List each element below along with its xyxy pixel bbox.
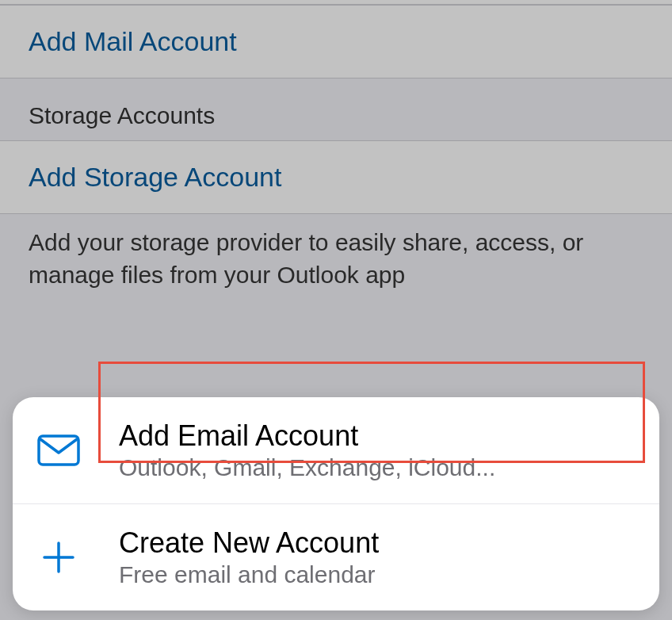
add-storage-account-label: Add Storage Account xyxy=(29,162,281,192)
mail-accounts-section: Add Mail Account xyxy=(0,5,672,78)
create-new-title: Create New Account xyxy=(119,526,636,560)
storage-accounts-section: Add Storage Account xyxy=(0,140,672,214)
plus-icon xyxy=(30,540,87,575)
add-email-text-group: Add Email Account Outlook, Gmail, Exchan… xyxy=(119,419,636,481)
envelope-icon xyxy=(30,434,87,466)
svg-rect-0 xyxy=(39,436,78,465)
add-email-account-option[interactable]: Add Email Account Outlook, Gmail, Exchan… xyxy=(13,397,659,503)
add-mail-account-row[interactable]: Add Mail Account xyxy=(0,6,672,78)
add-email-title: Add Email Account xyxy=(119,419,636,453)
add-email-subtitle: Outlook, Gmail, Exchange, iCloud... xyxy=(119,454,636,481)
add-storage-account-row[interactable]: Add Storage Account xyxy=(0,141,672,213)
create-new-text-group: Create New Account Free email and calend… xyxy=(119,526,636,588)
storage-section-footer: Add your storage provider to easily shar… xyxy=(0,214,672,315)
storage-section-header: Storage Accounts xyxy=(0,78,672,140)
add-mail-account-label: Add Mail Account xyxy=(29,26,237,56)
create-new-account-option[interactable]: Create New Account Free email and calend… xyxy=(13,503,659,610)
create-new-subtitle: Free email and calendar xyxy=(119,561,636,588)
add-account-action-sheet: Add Email Account Outlook, Gmail, Exchan… xyxy=(13,397,659,610)
